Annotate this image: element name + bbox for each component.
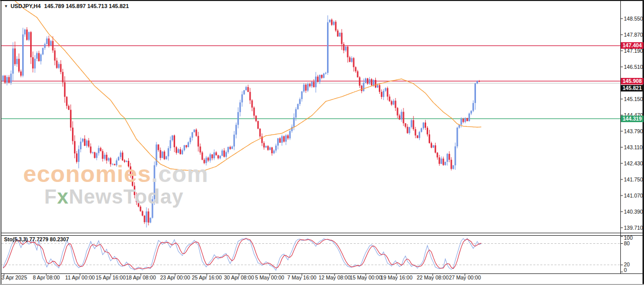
watermark-brand: economies.com: [23, 162, 208, 185]
ohlc-values: 145.789 145.897 145.713 145.821: [44, 3, 129, 9]
watermark-x-glyph: x: [57, 185, 68, 208]
trading-chart-window: economies.com FxNewsToday 148.550147.870…: [0, 0, 644, 285]
watermark-subtitle: FxNewsToday: [44, 186, 208, 207]
symbol-dropdown-icon[interactable]: ▼: [4, 4, 8, 9]
stochastic-signal-line[interactable]: [3, 239, 481, 269]
window-top-border: [0, 0, 644, 1]
stochastic-main-line[interactable]: [3, 238, 481, 270]
window-left-border: [1, 0, 2, 285]
candlestick-chart-canvas[interactable]: [0, 0, 644, 285]
symbol-period-label: USDJPY,H4: [11, 3, 41, 9]
watermark: economies.com FxNewsToday: [23, 162, 208, 207]
chart-title: ▼USDJPY,H4145.789 145.897 145.713 145.82…: [4, 3, 129, 9]
stochastic-indicator-label: Sto(5,3,3) 77.7279 80.2307: [4, 236, 69, 242]
